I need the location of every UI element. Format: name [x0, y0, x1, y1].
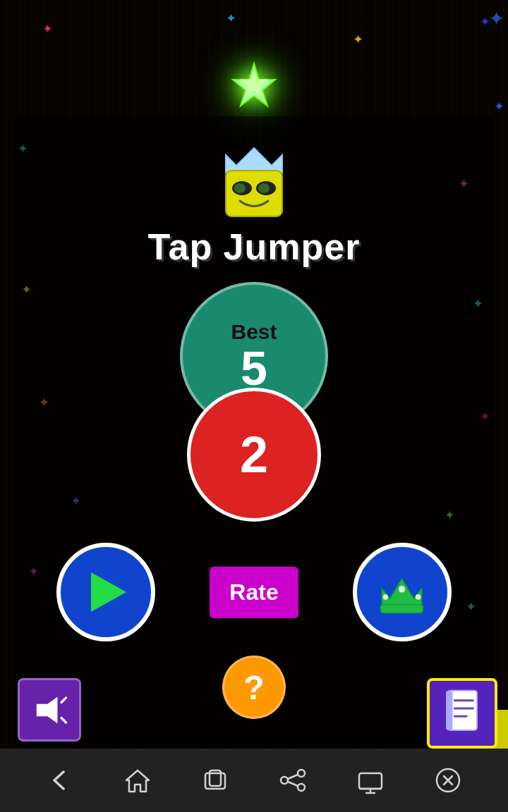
current-score-circle: 2 [187, 388, 321, 522]
rate-button[interactable]: Rate [210, 567, 298, 618]
svg-point-25 [298, 784, 305, 791]
svg-point-24 [281, 777, 288, 784]
help-button[interactable]: ? [222, 656, 286, 719]
action-buttons-row: Rate [42, 543, 466, 641]
svg-point-6 [234, 183, 246, 193]
share-button[interactable] [275, 763, 310, 798]
game-title: Tap Jumper [148, 226, 361, 268]
score-container: Best 5 2 [169, 282, 339, 522]
play-button[interactable] [56, 543, 155, 641]
svg-point-9 [399, 586, 405, 592]
svg-point-7 [258, 183, 270, 193]
navigation-bar [0, 749, 508, 812]
svg-rect-28 [359, 773, 382, 789]
svg-marker-20 [126, 770, 149, 792]
play-icon [91, 572, 126, 612]
svg-rect-3 [226, 171, 282, 216]
svg-line-26 [288, 775, 298, 779]
svg-point-23 [298, 770, 305, 777]
svg-point-11 [416, 594, 421, 599]
svg-line-14 [61, 718, 66, 722]
help-icon: ? [243, 668, 264, 707]
back-button[interactable] [42, 763, 78, 798]
current-score-value: 2 [240, 426, 268, 484]
menu-button[interactable] [427, 678, 497, 749]
recent-button[interactable] [198, 763, 233, 798]
close-button[interactable] [430, 763, 466, 798]
svg-line-13 [61, 697, 66, 702]
svg-line-27 [288, 782, 298, 786]
svg-marker-2 [226, 148, 282, 173]
svg-point-10 [383, 594, 388, 599]
cast-button[interactable] [353, 763, 388, 798]
character-icon [219, 141, 289, 219]
svg-rect-8 [381, 605, 423, 613]
best-label: Best [231, 320, 277, 344]
svg-rect-16 [446, 690, 452, 730]
svg-marker-12 [36, 696, 57, 722]
sound-button[interactable] [18, 678, 81, 742]
main-content: Tap Jumper Best 5 2 Rate [0, 0, 508, 749]
leaderboard-button[interactable] [353, 543, 452, 641]
home-button[interactable] [120, 763, 155, 798]
rate-label: Rate [229, 579, 278, 605]
help-row: ? [42, 656, 466, 719]
best-score-value: 5 [241, 344, 267, 392]
